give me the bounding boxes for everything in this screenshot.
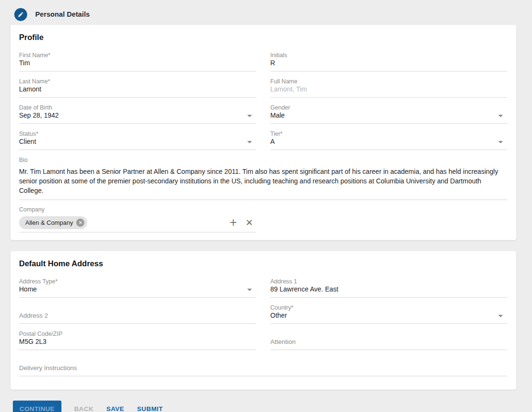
tier-select[interactable]: Tier* A [271,131,508,150]
initials-field[interactable]: Initials R [271,52,508,71]
delivery-instructions-label: Delivery Instructions [19,364,507,372]
postal-code-value[interactable]: M5G 2L3 [19,338,256,346]
continue-button[interactable]: CONTINUE [13,401,61,412]
tier-value[interactable]: A [271,138,508,146]
initials-value[interactable]: R [271,59,508,67]
address-card-title: Default Home Address [19,259,507,268]
address-type-select[interactable]: Address Type* Home [19,278,256,298]
page-title: Personal Details [35,10,90,18]
gender-value[interactable]: Male [271,111,508,120]
dropdown-arrow-icon[interactable] [498,115,503,117]
gender-select[interactable]: Gender Male [271,104,508,124]
submit-button[interactable]: SUBMIT [137,405,163,412]
address-1-field[interactable]: Address 1 89 Lawrence Ave. East [271,278,508,298]
company-label: Company [19,206,256,213]
address-2-label: Address 2 [19,312,256,320]
full-name-field: Full Name Lamont, Tim [271,78,508,98]
attention-label: Attention [271,338,508,346]
form-actions: CONTINUE BACK SAVE SUBMIT [13,401,532,412]
address-1-value[interactable]: 89 Lawrence Ave. East [271,285,508,293]
status-value[interactable]: Client [19,138,256,146]
tier-label: Tier* [271,131,508,138]
first-name-value[interactable]: Tim [19,59,256,67]
clear-company-icon[interactable]: ✕ [246,218,253,227]
last-name-value[interactable]: Lamont [19,85,256,93]
country-value[interactable]: Other [271,312,508,320]
chip-remove-icon[interactable]: ✕ [76,219,84,227]
first-name-label: First Name* [19,52,256,59]
company-chip[interactable]: Allen & Company ✕ [19,216,87,229]
address-1-label: Address 1 [271,278,508,285]
bio-field[interactable]: Bio Mr. Tim Lamont has been a Senior Par… [19,157,507,200]
date-of-birth-value[interactable]: Sep 28, 1942 [19,111,256,120]
full-name-label: Full Name [271,78,508,85]
initials-label: Initials [271,52,508,59]
dropdown-arrow-icon[interactable] [247,141,252,143]
status-select[interactable]: Status* Client [19,131,256,150]
attention-field[interactable]: Attention [271,331,508,350]
date-of-birth-label: Date of Birth [19,104,256,111]
address-type-value[interactable]: Home [19,285,256,293]
gender-label: Gender [271,104,508,111]
country-label: Country* [271,304,508,312]
company-chip-row: Allen & Company ✕ + ✕ [19,216,256,229]
last-name-field[interactable]: Last Name* Lamont [19,78,256,98]
address-card: Default Home Address Address Type* Home … [10,251,516,390]
company-chip-text: Allen & Company [25,219,73,226]
address-type-label: Address Type* [19,278,256,285]
dropdown-arrow-icon[interactable] [247,115,252,117]
last-name-label: Last Name* [19,78,256,85]
page-header: Personal Details [0,0,532,25]
save-button[interactable]: SAVE [106,405,124,412]
date-of-birth-select[interactable]: Date of Birth Sep 28, 1942 [19,104,256,124]
bio-label: Bio [19,157,507,164]
postal-code-label: Postal Code/ZIP [19,331,256,338]
company-field[interactable]: Company Allen & Company ✕ + ✕ [19,206,256,232]
address-form-grid: Address Type* Home Address 1 89 Lawrence… [19,278,507,383]
full-name-value: Lamont, Tim [271,85,508,93]
bio-value[interactable]: Mr. Tim Lamont has been a Senior Partner… [19,167,507,195]
status-label: Status* [19,131,256,138]
dropdown-arrow-icon[interactable] [247,289,252,291]
country-select[interactable]: Country* Other [271,304,508,324]
profile-form-grid: First Name* Tim Initials R Last Name* La… [19,52,507,233]
company-actions: + ✕ [229,218,256,227]
profile-card: Profile First Name* Tim Initials R Last … [10,25,516,240]
profile-card-title: Profile [19,33,507,42]
address-2-field[interactable]: Address 2 [19,304,256,324]
first-name-field[interactable]: First Name* Tim [19,52,256,71]
delivery-instructions-field[interactable]: Delivery Instructions [19,357,507,376]
back-button: BACK [74,405,94,412]
add-company-icon[interactable]: + [229,218,238,227]
dropdown-arrow-icon[interactable] [498,141,503,143]
dropdown-arrow-icon[interactable] [498,315,503,317]
edit-pencil-icon [14,8,27,21]
postal-code-field[interactable]: Postal Code/ZIP M5G 2L3 [19,331,256,350]
